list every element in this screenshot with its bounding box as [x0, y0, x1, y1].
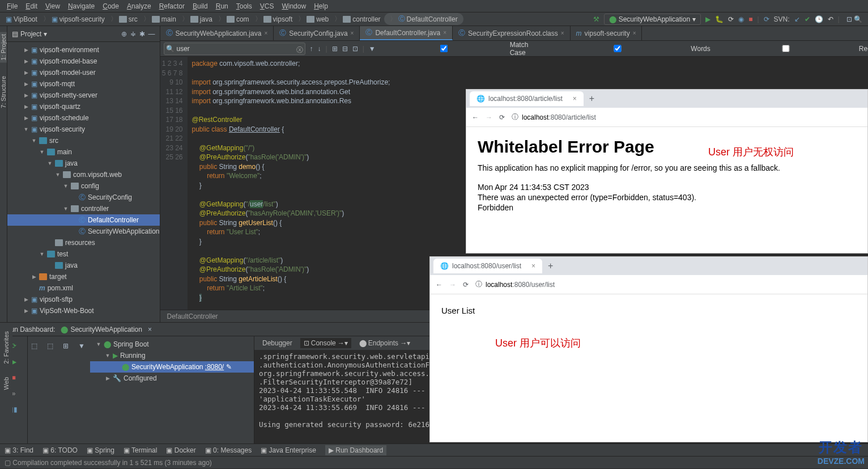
vcs-history-icon[interactable]: 🕒 — [815, 15, 823, 23]
close-icon[interactable]: × — [573, 95, 577, 103]
tree-item[interactable]: ⒸSecurityConfig — [7, 192, 160, 203]
vcs-update-icon[interactable]: ↙ — [794, 15, 800, 23]
project-panel-title[interactable]: ▤ Project ▾ — [12, 30, 47, 38]
close-icon[interactable]: × — [148, 326, 152, 333]
menu-tools[interactable]: Tools — [233, 1, 256, 11]
tool-favorites[interactable]: 2: Favorites — [3, 329, 10, 366]
tool-project[interactable]: 1: Project — [0, 32, 7, 62]
tree-item[interactable]: ▼▣vipsoft-security — [7, 124, 160, 135]
close-icon[interactable]: × — [264, 30, 267, 36]
find-input[interactable] — [164, 43, 305, 55]
breadcrumb-item[interactable]: ▣ VipBoot — [3, 15, 40, 23]
menu-code[interactable]: Code — [99, 1, 122, 11]
menu-analyze[interactable]: Analyze — [124, 1, 155, 11]
close-icon[interactable]: × — [633, 30, 636, 36]
tool-todo[interactable]: ▣ 6: TODO — [42, 446, 78, 454]
dashboard-item[interactable]: ⬤SecurityWebApplication :8080/ ✎ — [90, 361, 254, 373]
tool-structure[interactable]: 7: Structure — [0, 74, 7, 111]
close-icon[interactable]: × — [443, 29, 446, 36]
endpoints-tab[interactable]: ⬤ Endpoints →▾ — [356, 338, 414, 348]
collapse-icon[interactable]: ✱ — [139, 30, 145, 38]
breadcrumb-item[interactable]: 〉 main — [141, 14, 178, 24]
unselect-icon[interactable]: ⊡ — [352, 45, 358, 53]
menu-view[interactable]: View — [42, 1, 63, 11]
vcs-commit-icon[interactable]: ✔ — [805, 15, 810, 23]
editor-tab[interactable]: ⒸSecurityConfig.java× — [274, 26, 360, 40]
menu-help[interactable]: Help — [310, 1, 331, 11]
breadcrumb-item[interactable]: 〉Ⓒ DefaultController — [384, 13, 463, 25]
menu-window[interactable]: Window — [278, 1, 309, 11]
new-tab-icon[interactable]: + — [542, 261, 559, 271]
tree-item[interactable]: ⒸDefaultController — [7, 214, 160, 226]
menu-edit[interactable]: Edit — [22, 1, 41, 11]
filter-icon[interactable]: ▼ — [75, 340, 88, 352]
regex-check[interactable]: Regex ? — [715, 45, 868, 53]
tree-item[interactable]: ▶target — [7, 271, 160, 282]
menu-build[interactable]: Build — [189, 1, 211, 11]
tree-item[interactable]: mpom.xml — [7, 282, 160, 294]
breadcrumb-item[interactable]: 〉 controller — [332, 14, 382, 24]
forward-icon[interactable]: → — [486, 113, 492, 121]
browser-tab[interactable]: 🌐localhost:8080/user/list× — [433, 259, 542, 273]
tree-item[interactable]: ▼config — [7, 180, 160, 192]
close-icon[interactable]: × — [561, 30, 564, 36]
run-icon[interactable]: ▶ — [705, 15, 710, 23]
tree-item[interactable]: ▶▣vipsoft-model-user — [7, 67, 160, 78]
debug-icon[interactable]: 🐛 — [715, 15, 724, 23]
close-icon[interactable]: × — [351, 30, 354, 36]
add-selection-icon[interactable]: ⊞ — [332, 45, 338, 53]
dashboard-item[interactable]: ▶🔧Configured — [90, 373, 254, 384]
back-icon[interactable]: ← — [436, 281, 442, 289]
dashboard-item[interactable]: ▼⬤Spring Boot — [90, 339, 254, 350]
tree-item[interactable]: ▶▣vipsoft-environment — [7, 44, 160, 56]
editor-tab[interactable]: ⒸDefaultController.java× — [360, 26, 453, 40]
next-icon[interactable]: ↓ — [318, 45, 321, 53]
editor-tab[interactable]: ⒸSecurityExpressionRoot.class× — [453, 26, 571, 40]
expand-all-icon[interactable]: ≑ — [130, 30, 136, 38]
reload-icon[interactable]: ⟳ — [499, 113, 505, 121]
tool-run[interactable]: ▶ Run Dashboard — [325, 445, 386, 455]
reload-icon[interactable]: ⟳ — [463, 281, 469, 289]
menu-file[interactable]: File — [3, 1, 21, 11]
clear-icon[interactable]: ⓧ — [296, 45, 303, 55]
console-tab[interactable]: ⊡ Console →▾ — [300, 338, 351, 348]
search-icon[interactable]: ⊡ 🔍 — [844, 15, 865, 23]
tree-item[interactable]: ▶▣VipSoft-Web-Boot — [7, 305, 160, 316]
breadcrumb-item[interactable]: 〉 java — [180, 14, 215, 24]
expand-icon[interactable]: ⬚ — [28, 340, 40, 352]
tree-item[interactable]: ▶▣vipsoft-schedule — [7, 112, 160, 124]
breadcrumb-item[interactable]: 〉 web — [296, 14, 331, 24]
close-icon[interactable]: × — [531, 262, 535, 270]
forward-icon[interactable]: → — [449, 281, 456, 289]
prev-icon[interactable]: ↑ — [310, 45, 313, 53]
new-tab-icon[interactable]: + — [584, 94, 600, 104]
editor-tab[interactable]: mvipsoft-security× — [571, 26, 643, 40]
menu-navigate[interactable]: Navigate — [65, 1, 98, 11]
tree-item[interactable]: ▼controller — [7, 203, 160, 214]
words-check[interactable]: Words — [547, 45, 710, 53]
dashboard-item[interactable]: ▼▶Running — [90, 350, 254, 361]
stop-icon[interactable]: ■ — [748, 15, 752, 23]
tree-item[interactable]: ▶▣vipsoft-mqtt — [7, 78, 160, 90]
tool-term[interactable]: ▣ Terminal — [124, 446, 157, 454]
menu-refactor[interactable]: Refactor — [156, 1, 188, 11]
breadcrumb-item[interactable]: 〉 vipsoft — [253, 14, 295, 24]
tree-item[interactable]: ▶▣vipsoft-sftp — [7, 294, 160, 305]
tool-msg[interactable]: ▣ 0: Messages — [205, 446, 252, 454]
run-config-selector[interactable]: ⬤ SecurityWebApplication ▾ — [604, 14, 701, 25]
select-opened-icon[interactable]: ⊕ — [121, 30, 127, 38]
tool-web[interactable]: Web — [3, 375, 10, 392]
tree-item[interactable]: ⒸSecurityWebApplication — [7, 226, 160, 237]
tree-item[interactable]: ▼test — [7, 248, 160, 260]
debugger-tab[interactable]: Debugger — [259, 338, 296, 348]
editor-tab[interactable]: ⒸSecurityWebApplication.java× — [160, 26, 274, 40]
tree-item[interactable]: java — [7, 260, 160, 271]
tree-item[interactable]: ▶▣vipsoft-netty-server — [7, 90, 160, 101]
select-all-icon[interactable]: ⊟ — [342, 45, 348, 53]
tree-item[interactable]: ▼com.vipsoft.web — [7, 169, 160, 180]
tree-item[interactable]: ▼java — [7, 158, 160, 169]
tool-find[interactable]: ▣ 3: Find — [5, 446, 33, 454]
hammer-icon[interactable]: ⚒ — [593, 15, 599, 23]
menu-vcs[interactable]: VCS — [257, 1, 278, 11]
breadcrumb-item[interactable]: 〉 com — [216, 14, 252, 24]
